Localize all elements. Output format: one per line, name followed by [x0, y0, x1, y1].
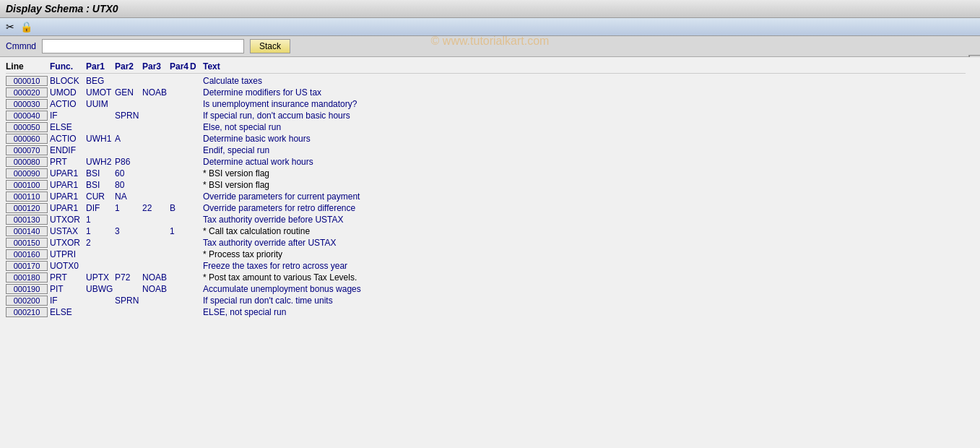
table-row[interactable]: 000050ELSEElse, not special run: [6, 121, 966, 133]
cell-line: 000210: [6, 307, 48, 317]
cell-par3: NOAB: [140, 87, 168, 98]
table-row[interactable]: 000180PRTUPTXP72NOAB* Post tax amount to…: [6, 272, 966, 283]
cell-par2: SPRN: [113, 111, 140, 121]
cell-text: ELSE, not special run: [201, 307, 966, 317]
cell-text: Override parameters for current payment: [201, 191, 966, 202]
table-row[interactable]: 000010BLOCKBEGCalculate taxes: [6, 75, 966, 87]
cell-text: * Post tax amount to various Tax Levels.: [201, 272, 966, 283]
cell-line: 000170: [6, 261, 48, 271]
cell-par1: UPTX: [84, 272, 113, 283]
cell-func: BLOCK: [48, 76, 84, 86]
table-row[interactable]: 000090UPAR1BSI60* BSI version flag: [6, 168, 966, 179]
cell-par4: B: [168, 203, 188, 213]
cell-par1: UWH2: [84, 157, 113, 167]
cell-text: Determine basic work hours: [201, 134, 966, 144]
cell-func: ACTIO: [48, 99, 84, 109]
table-row[interactable]: 000120UPAR1DIF122BOverride parameters fo…: [6, 202, 966, 214]
cell-line: 000040: [6, 111, 48, 121]
cell-text: Override parameters for retro difference: [201, 203, 966, 213]
page-title: Display Schema : UTX0: [6, 3, 118, 14]
cell-func: ENDIF: [48, 145, 84, 155]
cell-text: * Call tax calculation routine: [201, 226, 966, 236]
cell-par1: DIF: [84, 203, 113, 213]
cell-func: UPAR1: [48, 180, 84, 190]
table-row[interactable]: 000110UPAR1CURNAOverride parameters for …: [6, 191, 966, 202]
cell-func: UPAR1: [48, 191, 84, 202]
cell-text: * BSI version flag: [201, 168, 966, 178]
table-body: 000010BLOCKBEGCalculate taxes000020UMODU…: [6, 75, 966, 318]
cell-text: Determine actual work hours: [201, 157, 966, 167]
table-row[interactable]: 000150UTXOR2Tax authority override after…: [6, 237, 966, 249]
cell-text: Tax authority override before USTAX: [201, 215, 966, 225]
cell-par2: NA: [113, 191, 140, 202]
header-d: D: [188, 61, 201, 72]
cell-par1: 1: [84, 215, 113, 225]
cell-func: ELSE: [48, 307, 84, 317]
table-row[interactable]: 000200IFSPRNIf special run don't calc. t…: [6, 295, 966, 306]
cell-par1: UWH1: [84, 134, 113, 144]
command-input[interactable]: [42, 39, 244, 53]
cell-par1: BEG: [84, 76, 113, 86]
table-row[interactable]: 000190PITUBWGNOABAccumulate unemployment…: [6, 283, 966, 295]
cell-line: 000030: [6, 99, 48, 109]
cell-line: 000190: [6, 284, 48, 294]
cell-par1: CUR: [84, 191, 113, 202]
cell-line: 000110: [6, 191, 48, 202]
cell-par2: 60: [113, 168, 140, 178]
table-row[interactable]: 000140USTAX131* Call tax calculation rou…: [6, 225, 966, 237]
cell-text: Else, not special run: [201, 122, 966, 132]
header-par1: Par1: [84, 61, 113, 72]
cell-func: UOTX0: [48, 261, 84, 271]
cell-par2: 3: [113, 226, 140, 236]
cell-func: ELSE: [48, 122, 84, 132]
header-par4: Par4: [168, 61, 188, 72]
cell-func: PRT: [48, 272, 84, 283]
scissors-icon[interactable]: ✂: [6, 21, 14, 33]
cell-par3: 22: [140, 203, 168, 213]
cell-line: 000070: [6, 145, 48, 155]
table-row[interactable]: 000130UTXOR1Tax authority override befor…: [6, 214, 966, 225]
cell-par2: GEN: [113, 87, 140, 98]
table-row[interactable]: 000100UPAR1BSI80* BSI version flag: [6, 179, 966, 191]
cell-par4: 1: [168, 226, 188, 236]
table-row[interactable]: 000070ENDIFEndif, special run: [6, 145, 966, 156]
cell-par3: NOAB: [140, 284, 168, 294]
cell-par2: SPRN: [113, 296, 140, 306]
cell-func: UMOD: [48, 87, 84, 98]
cell-func: UTXOR: [48, 238, 84, 248]
cell-line: 000080: [6, 157, 48, 167]
main-content: Line Func. Par1 Par2 Par3 Par4 D Text 00…: [0, 57, 980, 448]
cell-line: 000120: [6, 203, 48, 213]
cell-line: 000050: [6, 122, 48, 132]
header-line: Line: [6, 61, 48, 72]
cell-text: Tax authority override after USTAX: [201, 238, 966, 248]
cell-line: 000090: [6, 168, 48, 178]
cell-text: Determine modifiers for US tax: [201, 87, 966, 98]
cell-func: IF: [48, 296, 84, 306]
cell-text: Is unemployment insurance mandatory?: [201, 99, 966, 109]
cell-line: 000100: [6, 180, 48, 190]
cell-func: UTPRI: [48, 249, 84, 259]
table-row[interactable]: 000160UTPRI* Process tax priority: [6, 249, 966, 260]
cell-par3: NOAB: [140, 272, 168, 283]
cell-par2: 1: [113, 203, 140, 213]
cell-text: Accumulate unemployment bonus wages: [201, 284, 966, 294]
table-row[interactable]: 000040IFSPRNIf special run, don't accum …: [6, 110, 966, 121]
cell-text: Endif, special run: [201, 145, 966, 155]
cell-line: 000060: [6, 134, 48, 144]
table-row[interactable]: 000030ACTIOUUIMIs unemployment insurance…: [6, 98, 966, 110]
cell-par1: BSI: [84, 180, 113, 190]
header-par3: Par3: [140, 61, 168, 72]
stack-button[interactable]: Stack: [250, 39, 290, 53]
cell-text: If special run don't calc. time units: [201, 296, 966, 306]
header-par2: Par2: [113, 61, 140, 72]
table-row[interactable]: 000060ACTIOUWH1ADetermine basic work hou…: [6, 133, 966, 145]
cell-line: 000020: [6, 87, 48, 98]
cell-line: 000180: [6, 272, 48, 283]
table-row[interactable]: 000210ELSEELSE, not special run: [6, 306, 966, 318]
table-row[interactable]: 000170UOTX0Freeze the taxes for retro ac…: [6, 260, 966, 272]
cell-func: PIT: [48, 284, 84, 294]
lock-icon[interactable]: 🔒: [20, 21, 32, 33]
table-row[interactable]: 000080PRTUWH2P86Determine actual work ho…: [6, 156, 966, 168]
table-row[interactable]: 000020UMODUMOTGENNOABDetermine modifiers…: [6, 87, 966, 98]
